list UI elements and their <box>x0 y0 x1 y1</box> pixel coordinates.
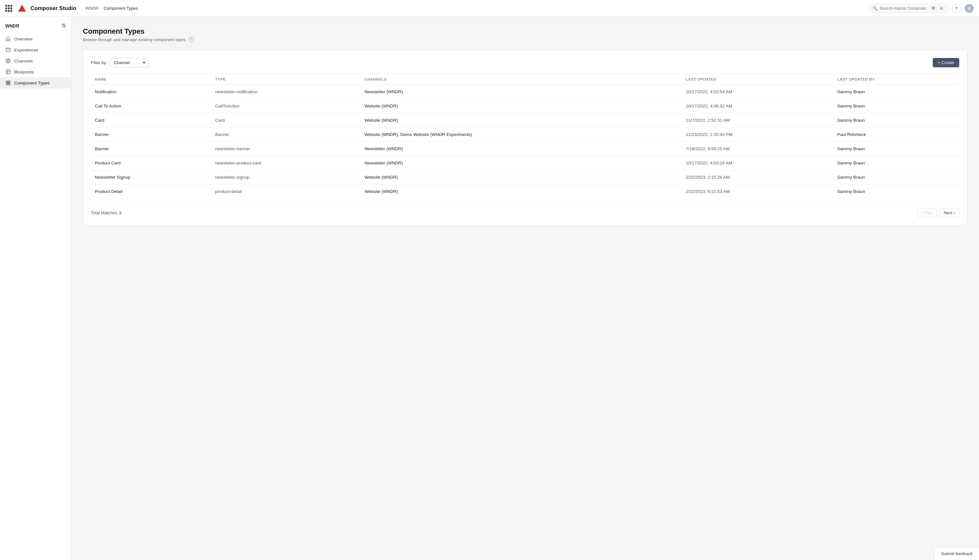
cell-channels: Website (WNDR) <box>361 99 682 113</box>
total-matches: Total Matches: 8 <box>91 210 122 215</box>
cell-channels: Website (WNDR), Demo Website (WNDR Exper… <box>361 128 682 142</box>
cell-last-updated-by: Sammy Braun <box>833 113 959 128</box>
cell-last-updated: 7/18/2022, 9:50:25 AM <box>682 142 833 156</box>
col-header-channels: CHANNELS <box>361 74 682 85</box>
sidebar-item-label-component-types: Component Types <box>14 81 50 85</box>
cell-last-updated: 2/22/2023, 8:21:53 AM <box>682 185 833 199</box>
sidebar: WNDR ⇅ Overview Experiences <box>0 17 71 560</box>
app-title: Composer Studio <box>30 5 77 12</box>
channels-icon <box>5 58 11 64</box>
subtitle-help-icon[interactable]: ? <box>189 37 194 42</box>
cell-last-updated-by: Sammy Braun <box>833 99 959 113</box>
sidebar-item-overview[interactable]: Overview <box>0 33 71 44</box>
cell-last-updated: 11/7/2022, 2:52:31 AM <box>682 113 833 128</box>
sidebar-item-blueprints[interactable]: Blueprints <box>0 67 71 77</box>
search-input[interactable] <box>880 6 928 11</box>
cell-last-updated-by: Sammy Braun <box>833 156 959 170</box>
sidebar-item-component-types[interactable]: Component Types <box>0 77 71 88</box>
page-subtitle: Browse through and manage existing compo… <box>83 37 967 42</box>
table-row[interactable]: Newsletter Signup newsletter-signup Webs… <box>91 170 959 185</box>
sidebar-org-name: WNDR <box>5 23 19 28</box>
cell-type: newsletter-signup <box>212 170 361 185</box>
filter-label: Filter by: <box>91 60 107 65</box>
top-nav: Composer Studio WNDR › Component Types 🔍… <box>0 0 979 17</box>
cell-last-updated: 2/22/2023, 2:15:26 AM <box>682 170 833 185</box>
col-header-last-updated: LAST UPDATED <box>682 74 833 85</box>
cell-name: Banner <box>91 142 212 156</box>
breadcrumb-current: Component Types <box>103 6 138 11</box>
cell-type: newsletter-banner <box>212 142 361 156</box>
svg-rect-9 <box>6 81 8 83</box>
cell-channels: Website (WNDR) <box>361 113 682 128</box>
table-row[interactable]: Card Card Website (WNDR) 11/7/2022, 2:52… <box>91 113 959 128</box>
help-button[interactable]: ? <box>952 4 961 13</box>
cell-channels: Newsletter (WNDR) <box>361 85 682 99</box>
cell-type: newsletter-notification <box>212 85 361 99</box>
prev-label: Prev <box>924 210 933 215</box>
submit-feedback-button[interactable]: Submit feedback <box>934 547 979 560</box>
chevron-left-icon: ‹ <box>921 210 923 215</box>
svg-marker-0 <box>18 5 26 12</box>
blueprints-icon <box>5 69 11 75</box>
cell-last-updated-by: Sammy Braun <box>833 85 959 99</box>
table-row[interactable]: Banner newsletter-banner Newsletter (WND… <box>91 142 959 156</box>
sidebar-item-label-blueprints: Blueprints <box>14 70 34 75</box>
cell-type: Banner <box>212 128 361 142</box>
cell-type: newsletter-product-card <box>212 156 361 170</box>
sidebar-item-label-overview: Overview <box>14 37 32 42</box>
cell-name: Product Detail <box>91 185 212 199</box>
main-content: Component Types Browse through and manag… <box>71 17 979 560</box>
table-row[interactable]: Product Detail product-detail Website (W… <box>91 185 959 199</box>
cell-last-updated: 10/17/2022, 4:06:32 AM <box>682 99 833 113</box>
search-icon: 🔍 <box>872 6 878 11</box>
cell-name: Card <box>91 113 212 128</box>
col-header-name: NAME <box>91 74 212 85</box>
component-types-table: NAME TYPE CHANNELS LAST UPDATED LAST UPD… <box>91 74 959 198</box>
cell-name: Notification <box>91 85 212 99</box>
cell-last-updated: 10/17/2022, 4:02:54 AM <box>682 85 833 99</box>
next-label: Next <box>944 210 952 215</box>
filter-channel-select[interactable]: Channel <box>110 58 149 67</box>
search-kbd-k: K <box>939 6 944 11</box>
cell-last-updated-by: Sammy Braun <box>833 185 959 199</box>
svg-rect-6 <box>6 70 10 74</box>
table-row[interactable]: Call To Action CallToAction Website (WND… <box>91 99 959 113</box>
breadcrumb: WNDR › Component Types <box>85 6 138 11</box>
sidebar-item-experiences[interactable]: Experiences <box>0 44 71 55</box>
sidebar-sort-icon[interactable]: ⇅ <box>62 23 66 29</box>
table-row[interactable]: Product Card newsletter-product-card New… <box>91 156 959 170</box>
search-bar[interactable]: 🔍 ⌘ K <box>869 4 948 13</box>
svg-rect-10 <box>8 81 10 83</box>
breadcrumb-separator: › <box>100 6 102 11</box>
cell-last-updated-by: Sammy Braun <box>833 170 959 185</box>
svg-rect-12 <box>8 83 10 85</box>
cell-last-updated-by: Sammy Braun <box>833 142 959 156</box>
col-header-last-updated-by: LAST UPDATED BY <box>833 74 959 85</box>
col-header-type: TYPE <box>212 74 361 85</box>
filter-row: Filter by: Channel + Create <box>91 58 959 67</box>
chevron-right-icon: › <box>954 210 955 215</box>
next-button[interactable]: Next › <box>939 208 959 217</box>
cell-name: Call To Action <box>91 99 212 113</box>
cell-last-updated: 10/17/2022, 4:03:24 AM <box>682 156 833 170</box>
create-button[interactable]: + Create <box>933 58 959 67</box>
breadcrumb-org[interactable]: WNDR <box>85 6 98 11</box>
user-avatar[interactable]: K <box>965 4 974 13</box>
grid-icon[interactable] <box>5 5 12 12</box>
prev-button[interactable]: ‹ Prev <box>917 208 937 217</box>
main-layout: WNDR ⇅ Overview Experiences <box>0 17 979 560</box>
cell-channels: Newsletter (WNDR) <box>361 142 682 156</box>
cell-type: product-detail <box>212 185 361 199</box>
table-row[interactable]: Banner Banner Website (WNDR), Demo Websi… <box>91 128 959 142</box>
main-card: Filter by: Channel + Create NAME TYPE CH… <box>83 50 967 225</box>
sidebar-item-channels[interactable]: Channels <box>0 55 71 67</box>
cell-last-updated: 11/23/2022, 2:20:43 PM <box>682 128 833 142</box>
cell-channels: Newsletter (WNDR) <box>361 156 682 170</box>
cell-channels: Website (WNDR) <box>361 185 682 199</box>
table-row[interactable]: Notification newsletter-notification New… <box>91 85 959 99</box>
cell-name: Product Card <box>91 156 212 170</box>
cell-last-updated-by: Paul Rohrbeck <box>833 128 959 142</box>
search-kbd-cmd: ⌘ <box>930 6 937 11</box>
svg-rect-1 <box>6 48 10 52</box>
experiences-icon <box>5 47 11 53</box>
